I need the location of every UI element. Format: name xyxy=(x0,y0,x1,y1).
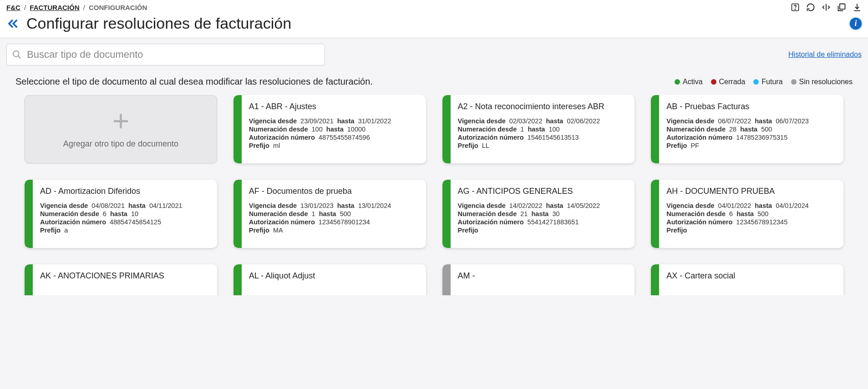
document-type-card[interactable]: AG - ANTICIPOS GENERALES Vigencia desde … xyxy=(442,180,635,248)
card-vigencia: Vigencia desde 23/09/2021 hasta 31/01/20… xyxy=(249,117,418,125)
status-stripe xyxy=(442,180,451,248)
history-link[interactable]: Historial de eliminados xyxy=(788,51,862,59)
card-prefijo: Prefijo xyxy=(666,227,835,234)
card-auth: Autorización número 48755455874596 xyxy=(249,134,418,141)
document-type-card[interactable]: A1 - ABR - Ajustes Vigencia desde 23/09/… xyxy=(233,95,426,163)
legend-cerrada: Cerrada xyxy=(711,78,746,86)
card-numeracion: Numeración desde 100 hasta 10000 xyxy=(249,126,418,133)
card-title: AH - DOCUMENTO PRUEBA xyxy=(666,186,835,197)
breadcrumb-current: CONFIGURACIÓN xyxy=(89,4,147,11)
document-type-card[interactable]: AD - Amortizacion Diferidos Vigencia des… xyxy=(25,180,217,248)
status-stripe xyxy=(233,264,242,295)
status-stripe xyxy=(651,95,659,163)
card-auth: Autorización número 12345678901234 xyxy=(249,218,418,226)
status-stripe xyxy=(233,95,242,163)
breadcrumb-mid[interactable]: FACTURACIÓN xyxy=(30,4,79,11)
legend-futura: Futura xyxy=(753,78,782,86)
popout-icon[interactable] xyxy=(837,3,846,12)
card-vigencia: Vigencia desde 06/07/2022 hasta 06/07/20… xyxy=(666,117,835,125)
card-numeracion: Numeración desde 1 hasta 500 xyxy=(249,210,418,217)
status-stripe xyxy=(442,264,451,295)
add-card-label: Agregar otro tipo de documento xyxy=(63,139,178,149)
download-icon[interactable] xyxy=(853,3,862,12)
legend-sin: Sin resoluciones xyxy=(791,78,853,86)
cards-scroll-area[interactable]: + Agregar otro tipo de documento A1 - AB… xyxy=(6,95,862,295)
document-type-card[interactable]: AK - ANOTACIONES PRIMARIAS xyxy=(25,264,217,295)
document-type-card[interactable]: AM - xyxy=(442,264,635,295)
card-prefijo: Prefijo ml xyxy=(249,142,418,149)
card-auth: Autorización número 15461545613513 xyxy=(458,134,627,141)
info-icon[interactable]: i xyxy=(850,18,862,30)
top-bar: F&C / FACTURACIÓN / CONFIGURACIÓN xyxy=(0,0,868,13)
card-numeracion: Numeración desde 1 hasta 100 xyxy=(458,126,627,133)
status-stripe xyxy=(25,180,33,248)
status-stripe xyxy=(651,264,659,295)
add-document-type-card[interactable]: + Agregar otro tipo de documento xyxy=(25,95,217,163)
breadcrumb-root[interactable]: F&C xyxy=(6,4,20,11)
plus-icon: + xyxy=(112,110,129,133)
status-stripe xyxy=(651,180,659,248)
card-title: AK - ANOTACIONES PRIMARIAS xyxy=(40,271,209,281)
card-auth: Autorización número 12345678912345 xyxy=(666,218,835,226)
search-box xyxy=(6,44,325,66)
search-input[interactable] xyxy=(6,44,325,66)
card-auth: Autorización número 14785236975315 xyxy=(666,134,835,141)
card-prefijo: Prefijo LL xyxy=(458,142,627,149)
card-vigencia: Vigencia desde 14/02/2022 hasta 14/05/20… xyxy=(458,202,627,209)
legend-activa: Activa xyxy=(675,78,703,86)
document-type-card[interactable]: AF - Documentos de prueba Vigencia desde… xyxy=(233,180,426,248)
card-prefijo: Prefijo a xyxy=(40,227,209,234)
card-title: AL - Aliquot Adjust xyxy=(249,271,418,281)
status-stripe xyxy=(442,95,451,163)
split-icon[interactable] xyxy=(822,3,831,12)
card-numeracion: Numeración desde 6 hasta 10 xyxy=(40,210,209,217)
breadcrumb: F&C / FACTURACIÓN / CONFIGURACIÓN xyxy=(6,4,147,11)
card-prefijo: Prefijo PF xyxy=(666,142,835,149)
toolbar-icons xyxy=(791,3,862,12)
card-prefijo: Prefijo MA xyxy=(249,227,418,234)
document-type-card[interactable]: AB - Pruebas Facturas Vigencia desde 06/… xyxy=(651,95,843,163)
document-type-card[interactable]: AL - Aliquot Adjust xyxy=(233,264,426,295)
card-numeracion: Numeración desde 6 hasta 500 xyxy=(666,210,835,217)
card-title: AD - Amortizacion Diferidos xyxy=(40,186,209,197)
refresh-icon[interactable] xyxy=(806,3,815,12)
card-numeracion: Numeración desde 21 hasta 30 xyxy=(458,210,627,217)
svg-point-3 xyxy=(13,51,19,57)
card-title: A2 - Nota reconocimiento intereses ABR xyxy=(458,101,627,112)
card-vigencia: Vigencia desde 13/01/2023 hasta 13/01/20… xyxy=(249,202,418,209)
status-legend: Activa Cerrada Futura Sin resoluciones xyxy=(675,78,853,86)
card-prefijo: Prefijo xyxy=(458,227,627,234)
search-icon xyxy=(12,50,22,60)
card-vigencia: Vigencia desde 04/08/2021 hasta 04/11/20… xyxy=(40,202,209,209)
card-auth: Autorización número 55414271883651 xyxy=(458,218,627,226)
card-title: AX - Cartera social xyxy=(666,271,835,281)
status-stripe xyxy=(233,180,242,248)
instructions-text: Seleccione el tipo de documento al cual … xyxy=(15,76,373,87)
card-numeracion: Numeración desde 28 hasta 500 xyxy=(666,126,835,133)
svg-point-1 xyxy=(795,9,795,10)
document-type-card[interactable]: A2 - Nota reconocimiento intereses ABR V… xyxy=(442,95,635,163)
back-button[interactable] xyxy=(6,17,19,30)
card-vigencia: Vigencia desde 04/01/2022 hasta 04/01/20… xyxy=(666,202,835,209)
svg-rect-2 xyxy=(840,4,845,10)
page-title: Configurar resoluciones de facturación xyxy=(26,15,850,32)
header-row: Configurar resoluciones de facturación i xyxy=(0,13,868,38)
card-title: AM - xyxy=(458,271,627,281)
card-title: AG - ANTICIPOS GENERALES xyxy=(458,186,627,197)
status-stripe xyxy=(25,264,33,295)
card-title: A1 - ABR - Ajustes xyxy=(249,101,418,112)
card-title: AF - Documentos de prueba xyxy=(249,186,418,197)
card-title: AB - Pruebas Facturas xyxy=(666,101,835,112)
card-auth: Autorización número 48854745854125 xyxy=(40,218,209,226)
help-icon[interactable] xyxy=(791,3,800,12)
document-type-card[interactable]: AH - DOCUMENTO PRUEBA Vigencia desde 04/… xyxy=(651,180,843,248)
card-vigencia: Vigencia desde 02/03/2022 hasta 02/06/20… xyxy=(458,117,627,125)
document-type-card[interactable]: AX - Cartera social xyxy=(651,264,843,295)
